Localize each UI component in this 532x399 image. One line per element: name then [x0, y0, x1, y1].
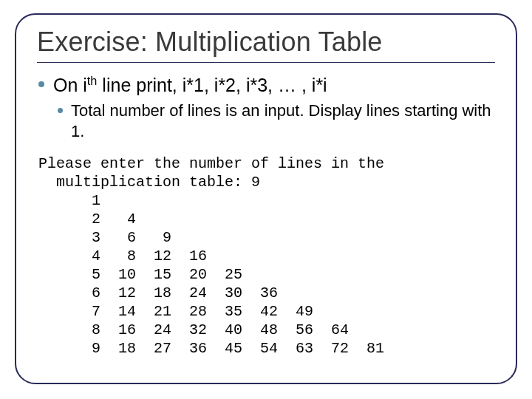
bullet-list: On ith line print, i*1, i*2, i*3, … , i*… [37, 73, 495, 143]
bullet-item-1: On ith line print, i*1, i*2, i*3, … , i*… [53, 73, 495, 143]
bullet1-post: line print, i*1, i*2, i*3, … , i*i [97, 75, 327, 95]
sub-bullet-list: Total number of lines is an input. Displ… [53, 100, 495, 143]
bullet1-superscript: th [87, 74, 98, 87]
bullet1-pre: On i [53, 75, 87, 95]
slide-frame: Exercise: Multiplication Table On ith li… [15, 13, 517, 384]
user-input: 9 [251, 174, 260, 191]
title-underline [37, 62, 495, 63]
multiplication-table: 1 2 4 3 6 9 4 8 12 16 5 10 15 20 25 6 12… [38, 192, 384, 357]
slide: Exercise: Multiplication Table On ith li… [0, 0, 532, 399]
prompt-text: Please enter the number of lines in the … [38, 155, 384, 191]
slide-title: Exercise: Multiplication Table [37, 27, 495, 58]
code-output: Please enter the number of lines in the … [38, 154, 495, 358]
bullet-item-2: Total number of lines is an input. Displ… [71, 100, 495, 143]
